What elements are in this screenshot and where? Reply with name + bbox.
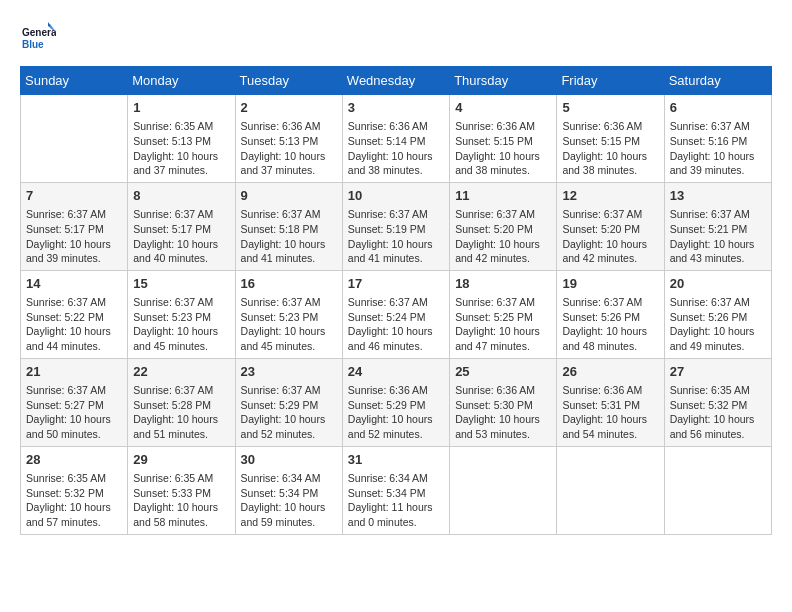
day-number: 23 [241,363,337,381]
calendar-cell [21,95,128,183]
day-info: Sunrise: 6:37 AM Sunset: 5:16 PM Dayligh… [670,119,766,178]
day-number: 3 [348,99,444,117]
calendar-cell: 19Sunrise: 6:37 AM Sunset: 5:26 PM Dayli… [557,270,664,358]
day-header-saturday: Saturday [664,67,771,95]
day-info: Sunrise: 6:37 AM Sunset: 5:17 PM Dayligh… [133,207,229,266]
calendar-cell: 2Sunrise: 6:36 AM Sunset: 5:13 PM Daylig… [235,95,342,183]
calendar-cell [664,446,771,534]
calendar-cell: 20Sunrise: 6:37 AM Sunset: 5:26 PM Dayli… [664,270,771,358]
calendar-cell: 12Sunrise: 6:37 AM Sunset: 5:20 PM Dayli… [557,182,664,270]
day-info: Sunrise: 6:36 AM Sunset: 5:31 PM Dayligh… [562,383,658,442]
day-info: Sunrise: 6:36 AM Sunset: 5:13 PM Dayligh… [241,119,337,178]
day-info: Sunrise: 6:37 AM Sunset: 5:22 PM Dayligh… [26,295,122,354]
calendar-cell: 7Sunrise: 6:37 AM Sunset: 5:17 PM Daylig… [21,182,128,270]
calendar-cell: 4Sunrise: 6:36 AM Sunset: 5:15 PM Daylig… [450,95,557,183]
calendar-cell: 9Sunrise: 6:37 AM Sunset: 5:18 PM Daylig… [235,182,342,270]
calendar-cell: 6Sunrise: 6:37 AM Sunset: 5:16 PM Daylig… [664,95,771,183]
day-info: Sunrise: 6:35 AM Sunset: 5:32 PM Dayligh… [670,383,766,442]
calendar-cell: 18Sunrise: 6:37 AM Sunset: 5:25 PM Dayli… [450,270,557,358]
day-info: Sunrise: 6:36 AM Sunset: 5:15 PM Dayligh… [562,119,658,178]
day-number: 2 [241,99,337,117]
day-number: 6 [670,99,766,117]
day-header-thursday: Thursday [450,67,557,95]
day-number: 11 [455,187,551,205]
calendar-cell: 5Sunrise: 6:36 AM Sunset: 5:15 PM Daylig… [557,95,664,183]
calendar-table: SundayMondayTuesdayWednesdayThursdayFrid… [20,66,772,535]
logo: General Blue [20,20,56,56]
day-info: Sunrise: 6:37 AM Sunset: 5:17 PM Dayligh… [26,207,122,266]
day-header-friday: Friday [557,67,664,95]
calendar-cell: 28Sunrise: 6:35 AM Sunset: 5:32 PM Dayli… [21,446,128,534]
calendar-cell: 26Sunrise: 6:36 AM Sunset: 5:31 PM Dayli… [557,358,664,446]
day-info: Sunrise: 6:37 AM Sunset: 5:26 PM Dayligh… [562,295,658,354]
day-number: 26 [562,363,658,381]
day-number: 15 [133,275,229,293]
day-number: 22 [133,363,229,381]
day-info: Sunrise: 6:36 AM Sunset: 5:30 PM Dayligh… [455,383,551,442]
day-number: 1 [133,99,229,117]
day-header-sunday: Sunday [21,67,128,95]
day-info: Sunrise: 6:37 AM Sunset: 5:27 PM Dayligh… [26,383,122,442]
day-info: Sunrise: 6:37 AM Sunset: 5:25 PM Dayligh… [455,295,551,354]
calendar-cell: 24Sunrise: 6:36 AM Sunset: 5:29 PM Dayli… [342,358,449,446]
calendar-cell: 21Sunrise: 6:37 AM Sunset: 5:27 PM Dayli… [21,358,128,446]
day-info: Sunrise: 6:37 AM Sunset: 5:23 PM Dayligh… [133,295,229,354]
day-info: Sunrise: 6:37 AM Sunset: 5:29 PM Dayligh… [241,383,337,442]
day-number: 18 [455,275,551,293]
logo-svg: General Blue [20,20,56,56]
week-row-4: 21Sunrise: 6:37 AM Sunset: 5:27 PM Dayli… [21,358,772,446]
day-info: Sunrise: 6:35 AM Sunset: 5:13 PM Dayligh… [133,119,229,178]
day-info: Sunrise: 6:34 AM Sunset: 5:34 PM Dayligh… [348,471,444,530]
svg-text:Blue: Blue [22,39,44,50]
calendar-cell: 14Sunrise: 6:37 AM Sunset: 5:22 PM Dayli… [21,270,128,358]
svg-text:General: General [22,27,56,38]
calendar-cell: 31Sunrise: 6:34 AM Sunset: 5:34 PM Dayli… [342,446,449,534]
day-number: 19 [562,275,658,293]
day-info: Sunrise: 6:37 AM Sunset: 5:20 PM Dayligh… [455,207,551,266]
calendar-cell: 22Sunrise: 6:37 AM Sunset: 5:28 PM Dayli… [128,358,235,446]
day-number: 7 [26,187,122,205]
day-info: Sunrise: 6:37 AM Sunset: 5:26 PM Dayligh… [670,295,766,354]
day-number: 4 [455,99,551,117]
day-number: 14 [26,275,122,293]
day-info: Sunrise: 6:37 AM Sunset: 5:28 PM Dayligh… [133,383,229,442]
calendar-cell: 13Sunrise: 6:37 AM Sunset: 5:21 PM Dayli… [664,182,771,270]
day-number: 30 [241,451,337,469]
day-number: 20 [670,275,766,293]
calendar-cell [557,446,664,534]
day-info: Sunrise: 6:34 AM Sunset: 5:34 PM Dayligh… [241,471,337,530]
day-number: 25 [455,363,551,381]
day-info: Sunrise: 6:35 AM Sunset: 5:33 PM Dayligh… [133,471,229,530]
page-header: General Blue [20,20,772,56]
day-number: 16 [241,275,337,293]
day-number: 21 [26,363,122,381]
days-header-row: SundayMondayTuesdayWednesdayThursdayFrid… [21,67,772,95]
day-number: 5 [562,99,658,117]
day-number: 8 [133,187,229,205]
calendar-cell: 1Sunrise: 6:35 AM Sunset: 5:13 PM Daylig… [128,95,235,183]
day-number: 27 [670,363,766,381]
day-number: 17 [348,275,444,293]
day-number: 28 [26,451,122,469]
day-info: Sunrise: 6:36 AM Sunset: 5:15 PM Dayligh… [455,119,551,178]
day-info: Sunrise: 6:36 AM Sunset: 5:29 PM Dayligh… [348,383,444,442]
day-info: Sunrise: 6:35 AM Sunset: 5:32 PM Dayligh… [26,471,122,530]
day-number: 9 [241,187,337,205]
calendar-cell: 30Sunrise: 6:34 AM Sunset: 5:34 PM Dayli… [235,446,342,534]
calendar-cell: 29Sunrise: 6:35 AM Sunset: 5:33 PM Dayli… [128,446,235,534]
day-number: 29 [133,451,229,469]
day-info: Sunrise: 6:37 AM Sunset: 5:23 PM Dayligh… [241,295,337,354]
calendar-cell: 23Sunrise: 6:37 AM Sunset: 5:29 PM Dayli… [235,358,342,446]
day-header-monday: Monday [128,67,235,95]
day-info: Sunrise: 6:36 AM Sunset: 5:14 PM Dayligh… [348,119,444,178]
day-number: 10 [348,187,444,205]
calendar-cell: 16Sunrise: 6:37 AM Sunset: 5:23 PM Dayli… [235,270,342,358]
day-number: 24 [348,363,444,381]
calendar-cell: 11Sunrise: 6:37 AM Sunset: 5:20 PM Dayli… [450,182,557,270]
day-info: Sunrise: 6:37 AM Sunset: 5:20 PM Dayligh… [562,207,658,266]
calendar-cell [450,446,557,534]
day-number: 31 [348,451,444,469]
day-info: Sunrise: 6:37 AM Sunset: 5:21 PM Dayligh… [670,207,766,266]
day-header-tuesday: Tuesday [235,67,342,95]
day-number: 13 [670,187,766,205]
